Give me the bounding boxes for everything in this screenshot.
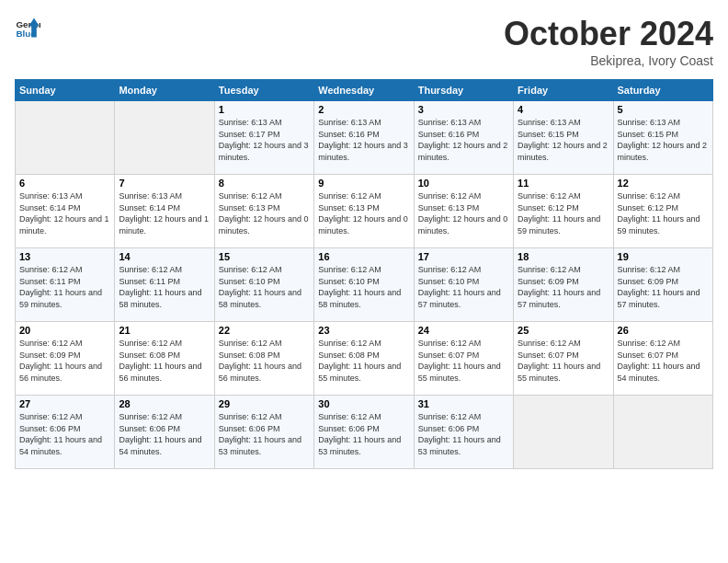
logo: General Blue	[15, 15, 44, 40]
calendar-day-cell: 1Sunrise: 6:13 AMSunset: 6:17 PMDaylight…	[214, 101, 313, 175]
day-info: Sunrise: 6:12 AMSunset: 6:08 PMDaylight:…	[318, 338, 409, 384]
calendar-day-cell: 24Sunrise: 6:12 AMSunset: 6:07 PMDayligh…	[414, 322, 513, 396]
day-number: 31	[418, 398, 509, 409]
day-number: 7	[119, 178, 210, 189]
day-info: Sunrise: 6:12 AMSunset: 6:06 PMDaylight:…	[219, 411, 310, 457]
day-number: 11	[518, 178, 609, 189]
calendar-day-cell: 30Sunrise: 6:12 AMSunset: 6:06 PMDayligh…	[314, 396, 414, 469]
calendar-day-cell: 29Sunrise: 6:12 AMSunset: 6:06 PMDayligh…	[214, 396, 313, 469]
calendar-day-cell: 11Sunrise: 6:12 AMSunset: 6:12 PMDayligh…	[514, 175, 613, 248]
day-number: 19	[618, 251, 709, 262]
day-info: Sunrise: 6:12 AMSunset: 6:13 PMDaylight:…	[318, 190, 409, 236]
day-info: Sunrise: 6:13 AMSunset: 6:14 PMDaylight:…	[119, 190, 210, 236]
weekday-header-cell: Thursday	[414, 80, 513, 101]
day-number: 21	[119, 325, 210, 336]
day-info: Sunrise: 6:12 AMSunset: 6:09 PMDaylight:…	[518, 264, 609, 310]
calendar-day-cell	[115, 101, 214, 175]
day-number: 10	[418, 178, 509, 189]
calendar-week-row: 6Sunrise: 6:13 AMSunset: 6:14 PMDaylight…	[16, 175, 713, 248]
calendar-table: SundayMondayTuesdayWednesdayThursdayFrid…	[15, 79, 713, 469]
day-number: 9	[318, 178, 409, 189]
calendar-day-cell: 6Sunrise: 6:13 AMSunset: 6:14 PMDaylight…	[16, 175, 115, 248]
calendar-day-cell: 20Sunrise: 6:12 AMSunset: 6:09 PMDayligh…	[16, 322, 115, 396]
calendar-day-cell: 27Sunrise: 6:12 AMSunset: 6:06 PMDayligh…	[16, 396, 115, 469]
day-number: 24	[418, 325, 509, 336]
day-info: Sunrise: 6:12 AMSunset: 6:06 PMDaylight:…	[318, 411, 409, 457]
calendar-day-cell: 22Sunrise: 6:12 AMSunset: 6:08 PMDayligh…	[214, 322, 313, 396]
day-info: Sunrise: 6:12 AMSunset: 6:11 PMDaylight:…	[19, 264, 110, 310]
day-number: 26	[618, 325, 709, 336]
day-info: Sunrise: 6:13 AMSunset: 6:16 PMDaylight:…	[418, 117, 509, 163]
day-info: Sunrise: 6:12 AMSunset: 6:08 PMDaylight:…	[119, 338, 210, 384]
day-number: 16	[318, 251, 409, 262]
page-header: General Blue October 2024 Bekiprea, Ivor…	[15, 15, 713, 68]
day-info: Sunrise: 6:12 AMSunset: 6:08 PMDaylight:…	[219, 338, 310, 384]
day-number: 17	[418, 251, 509, 262]
day-info: Sunrise: 6:12 AMSunset: 6:10 PMDaylight:…	[219, 264, 310, 310]
day-info: Sunrise: 6:12 AMSunset: 6:06 PMDaylight:…	[418, 411, 509, 457]
day-number: 20	[19, 325, 110, 336]
day-number: 28	[119, 398, 210, 409]
day-info: Sunrise: 6:12 AMSunset: 6:12 PMDaylight:…	[518, 190, 609, 236]
calendar-day-cell: 26Sunrise: 6:12 AMSunset: 6:07 PMDayligh…	[613, 322, 712, 396]
calendar-day-cell: 16Sunrise: 6:12 AMSunset: 6:10 PMDayligh…	[314, 248, 414, 322]
calendar-day-cell	[16, 101, 115, 175]
calendar-day-cell: 19Sunrise: 6:12 AMSunset: 6:09 PMDayligh…	[613, 248, 712, 322]
calendar-day-cell: 12Sunrise: 6:12 AMSunset: 6:12 PMDayligh…	[613, 175, 712, 248]
day-info: Sunrise: 6:12 AMSunset: 6:12 PMDaylight:…	[618, 190, 709, 236]
calendar-day-cell: 7Sunrise: 6:13 AMSunset: 6:14 PMDaylight…	[115, 175, 214, 248]
day-info: Sunrise: 6:12 AMSunset: 6:06 PMDaylight:…	[19, 411, 110, 457]
calendar-day-cell: 3Sunrise: 6:13 AMSunset: 6:16 PMDaylight…	[414, 101, 513, 175]
month-title: October 2024	[504, 15, 713, 53]
day-number: 25	[518, 325, 609, 336]
day-info: Sunrise: 6:12 AMSunset: 6:09 PMDaylight:…	[618, 264, 709, 310]
day-number: 13	[19, 251, 110, 262]
calendar-day-cell: 8Sunrise: 6:12 AMSunset: 6:13 PMDaylight…	[214, 175, 313, 248]
day-number: 30	[318, 398, 409, 409]
day-info: Sunrise: 6:13 AMSunset: 6:17 PMDaylight:…	[219, 117, 310, 163]
day-number: 22	[219, 325, 310, 336]
day-info: Sunrise: 6:12 AMSunset: 6:10 PMDaylight:…	[418, 264, 509, 310]
weekday-header-cell: Saturday	[613, 80, 712, 101]
day-info: Sunrise: 6:13 AMSunset: 6:14 PMDaylight:…	[19, 190, 110, 236]
calendar-day-cell	[514, 396, 613, 469]
day-number: 18	[518, 251, 609, 262]
calendar-day-cell: 25Sunrise: 6:12 AMSunset: 6:07 PMDayligh…	[514, 322, 613, 396]
calendar-day-cell: 13Sunrise: 6:12 AMSunset: 6:11 PMDayligh…	[16, 248, 115, 322]
calendar-week-row: 1Sunrise: 6:13 AMSunset: 6:17 PMDaylight…	[16, 101, 713, 175]
day-number: 5	[618, 104, 709, 115]
logo-icon: General Blue	[15, 15, 40, 40]
day-number: 12	[618, 178, 709, 189]
calendar-day-cell: 18Sunrise: 6:12 AMSunset: 6:09 PMDayligh…	[514, 248, 613, 322]
calendar-week-row: 20Sunrise: 6:12 AMSunset: 6:09 PMDayligh…	[16, 322, 713, 396]
day-info: Sunrise: 6:12 AMSunset: 6:06 PMDaylight:…	[119, 411, 210, 457]
day-info: Sunrise: 6:12 AMSunset: 6:07 PMDaylight:…	[518, 338, 609, 384]
day-number: 14	[119, 251, 210, 262]
calendar-day-cell: 15Sunrise: 6:12 AMSunset: 6:10 PMDayligh…	[214, 248, 313, 322]
day-info: Sunrise: 6:12 AMSunset: 6:10 PMDaylight:…	[318, 264, 409, 310]
day-number: 23	[318, 325, 409, 336]
weekday-header-cell: Wednesday	[314, 80, 414, 101]
title-section: October 2024 Bekiprea, Ivory Coast	[504, 15, 713, 68]
day-info: Sunrise: 6:12 AMSunset: 6:11 PMDaylight:…	[119, 264, 210, 310]
day-number: 27	[19, 398, 110, 409]
calendar-day-cell: 28Sunrise: 6:12 AMSunset: 6:06 PMDayligh…	[115, 396, 214, 469]
calendar-day-cell	[613, 396, 712, 469]
day-number: 3	[418, 104, 509, 115]
calendar-body: 1Sunrise: 6:13 AMSunset: 6:17 PMDaylight…	[16, 101, 713, 469]
weekday-header-cell: Friday	[514, 80, 613, 101]
day-info: Sunrise: 6:13 AMSunset: 6:16 PMDaylight:…	[318, 117, 409, 163]
weekday-header-cell: Tuesday	[214, 80, 313, 101]
calendar-week-row: 27Sunrise: 6:12 AMSunset: 6:06 PMDayligh…	[16, 396, 713, 469]
weekday-header-cell: Monday	[115, 80, 214, 101]
day-info: Sunrise: 6:12 AMSunset: 6:07 PMDaylight:…	[618, 338, 709, 384]
day-number: 2	[318, 104, 409, 115]
calendar-day-cell: 5Sunrise: 6:13 AMSunset: 6:15 PMDaylight…	[613, 101, 712, 175]
day-number: 8	[219, 178, 310, 189]
weekday-header-cell: Sunday	[16, 80, 115, 101]
day-info: Sunrise: 6:12 AMSunset: 6:07 PMDaylight:…	[418, 338, 509, 384]
day-info: Sunrise: 6:12 AMSunset: 6:13 PMDaylight:…	[219, 190, 310, 236]
day-number: 1	[219, 104, 310, 115]
day-number: 29	[219, 398, 310, 409]
calendar-day-cell: 23Sunrise: 6:12 AMSunset: 6:08 PMDayligh…	[314, 322, 414, 396]
